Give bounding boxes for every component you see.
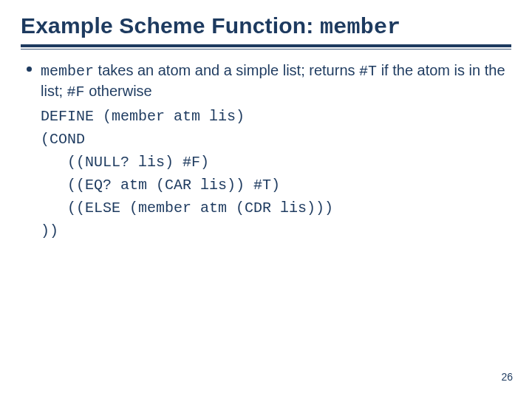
description-line: member takes an atom and a simple list; … <box>41 61 511 102</box>
slide: Example Scheme Function: member member t… <box>0 0 532 399</box>
code-block: DEFINE (member atm lis) (COND ((NULL? li… <box>41 105 511 242</box>
underline-thin <box>21 49 511 50</box>
bullet-content: member takes an atom and a simple list; … <box>41 61 511 242</box>
desc-seg1: member <box>41 63 94 80</box>
slide-title: Example Scheme Function: member <box>21 13 511 40</box>
code-line-3: ((NULL? lis) #F) <box>41 154 209 171</box>
page-number: 26 <box>501 371 513 383</box>
desc-seg3: #T <box>359 63 377 80</box>
bullet-icon <box>27 66 32 72</box>
title-mono: member <box>320 15 400 40</box>
code-line-4: ((EQ? atm (CAR lis)) #T) <box>41 177 280 194</box>
code-line-2: (COND <box>41 131 85 148</box>
code-line-6: )) <box>41 222 58 239</box>
code-line-1: DEFINE (member atm lis) <box>41 108 245 125</box>
title-text: Example Scheme Function: <box>21 13 320 38</box>
code-line-5: ((ELSE (member atm (CDR lis))) <box>41 200 333 216</box>
desc-seg5: #F <box>67 83 85 100</box>
desc-seg6: otherwise <box>85 83 152 99</box>
body: member takes an atom and a simple list; … <box>21 61 511 242</box>
desc-seg2: takes an atom and a simple list; returns <box>94 62 359 78</box>
underline-thick <box>21 44 511 47</box>
title-underline <box>21 44 511 49</box>
